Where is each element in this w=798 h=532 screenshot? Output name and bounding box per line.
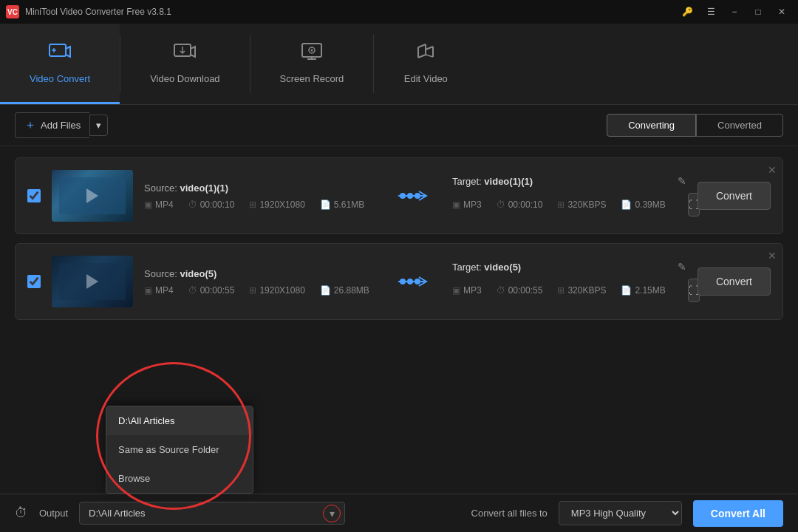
app-title: MiniTool Video Converter Free v3.8.1 bbox=[25, 7, 171, 17]
target-clock-icon-1: ⏱ bbox=[497, 200, 505, 210]
target-title-2: Target: video(5) bbox=[452, 262, 521, 273]
svg-line-14 bbox=[426, 47, 433, 50]
edit-video-icon bbox=[414, 41, 437, 67]
target-format-2: ▣ MP3 bbox=[452, 285, 482, 296]
convert-button-2[interactable]: Convert bbox=[698, 267, 771, 296]
target-edit-button-1[interactable]: ✎ bbox=[678, 175, 686, 187]
close-button[interactable]: ✕ bbox=[771, 4, 792, 19]
convert-arrow-1 bbox=[389, 188, 441, 203]
screen-record-icon bbox=[300, 41, 324, 67]
file-info-2: Source: video(5) ▣ MP4 ⏱ 00:00:55 ⊞ 1920… bbox=[144, 268, 378, 296]
source-label-1: Source: bbox=[144, 183, 177, 194]
dropdown-item-same-source[interactable]: Same as Source Folder bbox=[106, 435, 253, 464]
add-files-label: Add Files bbox=[41, 120, 81, 131]
maximize-button[interactable]: □ bbox=[748, 4, 768, 19]
convert-all-to-label: Convert all files to bbox=[471, 508, 548, 519]
quality-select[interactable]: MP3 High Quality MP3 Medium Quality MP3 … bbox=[559, 501, 682, 525]
target-info-1: ▣ MP3 ⏱ 00:00:10 ⊞ 320KBPS 📄 0.39MB ⛶ bbox=[452, 193, 686, 216]
target-bitrate-2: ⊞ 320KBPS bbox=[557, 285, 606, 296]
add-files-dropdown-button[interactable]: ▾ bbox=[89, 115, 108, 136]
output-dropdown-button[interactable]: ▾ bbox=[323, 505, 341, 522]
output-path-input[interactable] bbox=[79, 502, 345, 525]
output-path-wrapper: ▾ bbox=[79, 502, 345, 525]
target-format-1: ▣ MP3 bbox=[452, 200, 482, 210]
dropdown-item-browse[interactable]: Browse bbox=[106, 464, 253, 493]
file-target-1: Target: video(1)(1) ✎ ▣ MP3 ⏱ 00:00:10 ⊞… bbox=[452, 175, 686, 216]
chevron-down-icon: ▾ bbox=[96, 120, 101, 131]
window-controls: 🔑 ☰ − □ ✕ bbox=[677, 4, 792, 19]
target-size-icon-2: 📄 bbox=[621, 285, 632, 296]
resolution-icon-1: ⊞ bbox=[249, 200, 256, 210]
svg-line-13 bbox=[418, 55, 426, 58]
file-info-1: Source: video(1)(1) ▣ MP4 ⏱ 00:00:10 ⊞ 1… bbox=[144, 183, 378, 210]
dropdown-arrow-icon: ▾ bbox=[330, 508, 335, 519]
close-card-button-1[interactable]: ✕ bbox=[768, 164, 777, 176]
file-card-1: Source: video(1)(1) ▣ MP4 ⏱ 00:00:10 ⊞ 1… bbox=[15, 157, 783, 234]
source-resolution-2: ⊞ 1920X1080 bbox=[249, 285, 304, 296]
file-source-1: Source: video(1)(1) bbox=[144, 183, 378, 194]
bottom-bar: ⏱ Output ▾ Convert all files to MP3 High… bbox=[0, 494, 798, 532]
svg-line-11 bbox=[418, 44, 426, 47]
nav-screen-record[interactable]: Screen Record bbox=[250, 24, 374, 104]
tab-converted[interactable]: Converted bbox=[696, 114, 783, 137]
app-logo: VC bbox=[6, 5, 19, 18]
file-checkbox-2[interactable] bbox=[27, 275, 41, 288]
target-size-icon-1: 📄 bbox=[621, 200, 632, 210]
file-thumb-1 bbox=[52, 170, 133, 222]
tab-converting[interactable]: Converting bbox=[607, 114, 696, 137]
menu-button[interactable]: ☰ bbox=[700, 4, 721, 19]
nav-screen-record-label: Screen Record bbox=[280, 73, 344, 84]
target-film-icon-1: ▣ bbox=[452, 200, 460, 210]
source-size-1: 📄 5.61MB bbox=[320, 200, 364, 210]
key-button[interactable]: 🔑 bbox=[677, 4, 698, 19]
file-source-2: Source: video(5) bbox=[144, 268, 378, 279]
file-checkbox-1[interactable] bbox=[27, 189, 41, 202]
close-card-button-2[interactable]: ✕ bbox=[768, 250, 777, 262]
nav-bar: Video Convert Video Download Screen Reco… bbox=[0, 24, 798, 105]
size-icon-1: 📄 bbox=[320, 200, 331, 210]
file-meta-2: ▣ MP4 ⏱ 00:00:55 ⊞ 1920X1080 📄 26.88MB bbox=[144, 285, 378, 296]
svg-point-7 bbox=[310, 50, 313, 52]
nav-video-convert-label: Video Convert bbox=[30, 73, 90, 84]
target-duration-1: ⏱ 00:00:10 bbox=[497, 200, 543, 210]
nav-edit-video-label: Edit Video bbox=[404, 73, 448, 84]
file-card-2: Source: video(5) ▣ MP4 ⏱ 00:00:55 ⊞ 1920… bbox=[15, 243, 783, 320]
title-bar: VC MiniTool Video Converter Free v3.8.1 … bbox=[0, 0, 798, 24]
target-title-1: Target: video(1)(1) bbox=[452, 176, 533, 187]
target-edit-button-2[interactable]: ✎ bbox=[678, 261, 686, 273]
target-bitrate-icon-1: ⊞ bbox=[557, 200, 565, 210]
minimize-button[interactable]: − bbox=[724, 4, 745, 19]
convert-all-button[interactable]: Convert All bbox=[693, 500, 783, 527]
title-bar-left: VC MiniTool Video Converter Free v3.8.1 bbox=[6, 5, 171, 18]
film-icon-1: ▣ bbox=[144, 200, 152, 210]
clock-icon: ⏱ bbox=[15, 505, 28, 521]
source-label-2: Source: bbox=[144, 268, 177, 279]
source-resolution-1: ⊞ 1920X1080 bbox=[249, 200, 304, 210]
source-size-2: 📄 26.88MB bbox=[320, 285, 369, 296]
target-bitrate-1: ⊞ 320KBPS bbox=[557, 200, 606, 210]
nav-video-download-label: Video Download bbox=[150, 73, 219, 84]
main-content: Source: video(1)(1) ▣ MP4 ⏱ 00:00:10 ⊞ 1… bbox=[0, 146, 798, 331]
tab-group: Converting Converted bbox=[607, 114, 783, 137]
resolution-icon-2: ⊞ bbox=[249, 285, 256, 296]
nav-video-convert[interactable]: Video Convert bbox=[0, 24, 120, 104]
convert-button-1[interactable]: Convert bbox=[698, 182, 771, 210]
add-files-button[interactable]: ＋ Add Files bbox=[15, 112, 89, 138]
svg-line-16 bbox=[426, 55, 433, 57]
dropdown-item-all-articles[interactable]: D:\All Articles bbox=[106, 406, 253, 435]
film-icon-2: ▣ bbox=[144, 285, 152, 296]
target-clock-icon-2: ⏱ bbox=[497, 285, 505, 296]
source-duration-1: ⏱ 00:00:10 bbox=[188, 200, 235, 210]
convert-arrow-2 bbox=[389, 274, 441, 289]
target-duration-2: ⏱ 00:00:55 bbox=[497, 285, 543, 296]
target-size-2: 📄 2.15MB bbox=[621, 285, 665, 296]
toolbar: ＋ Add Files ▾ Converting Converted bbox=[0, 105, 798, 146]
video-download-icon bbox=[173, 41, 197, 67]
source-duration-2: ⏱ 00:00:55 bbox=[188, 285, 235, 296]
nav-video-download[interactable]: Video Download bbox=[120, 24, 249, 104]
target-header-1: Target: video(1)(1) ✎ bbox=[452, 175, 686, 187]
clock-icon-1: ⏱ bbox=[188, 200, 197, 210]
output-dropdown-menu: D:\All Articles Same as Source Folder Br… bbox=[106, 406, 253, 494]
nav-edit-video[interactable]: Edit Video bbox=[374, 24, 477, 104]
output-label: Output bbox=[39, 508, 68, 519]
